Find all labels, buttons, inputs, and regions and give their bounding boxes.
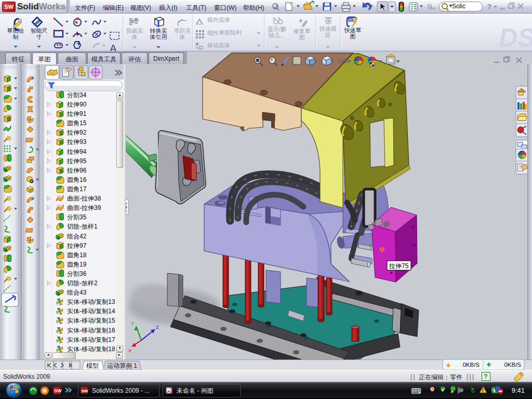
svg-text:拉伸95: 拉伸95 <box>66 157 87 165</box>
svg-text:实体-移动/复制14: 实体-移动/复制14 <box>67 308 115 315</box>
svg-text:图: 图 <box>299 34 305 41</box>
svg-text:拉伸97: 拉伸97 <box>66 242 87 249</box>
svg-text:分割36: 分割36 <box>67 270 87 277</box>
svg-text:显示/删: 显示/删 <box>268 26 286 32</box>
svg-text:?: ? <box>487 2 491 11</box>
svg-text:圆角17: 圆角17 <box>67 185 87 193</box>
svg-text:组合42: 组合42 <box>66 233 87 240</box>
svg-text:拉伸94: 拉伸94 <box>66 148 87 155</box>
svg-text:等距实: 等距实 <box>174 28 191 34</box>
svg-text:分割34: 分割34 <box>67 91 87 99</box>
svg-text:线性草图阵列: 线性草图阵列 <box>207 30 242 36</box>
svg-text:快速捕: 快速捕 <box>319 25 337 32</box>
svg-text:寸: 寸 <box>36 34 42 40</box>
svg-text:剪裁实: 剪裁实 <box>126 28 143 34</box>
svg-text:拉伸92: 拉伸92 <box>66 129 87 136</box>
svg-text:捉: 捉 <box>325 32 331 38</box>
svg-text:SW: SW <box>54 388 62 393</box>
svg-text:转换实: 转换实 <box>150 28 167 34</box>
svg-text:SW: SW <box>82 389 88 393</box>
svg-text:切除-放样1: 切除-放样1 <box>66 223 98 230</box>
svg-text:DS: DS <box>499 23 532 51</box>
svg-text:拉伸93: 拉伸93 <box>66 138 87 145</box>
svg-text:智能尺: 智能尺 <box>31 28 48 34</box>
svg-text:!: ! <box>482 388 484 393</box>
svg-text:A: A <box>110 43 117 51</box>
svg-text:快速草: 快速草 <box>344 27 362 33</box>
svg-text:0KB/S: 0KB/S <box>462 362 480 368</box>
svg-text:拉伸91: 拉伸91 <box>66 110 87 117</box>
svg-text:切除-放样2: 切除-放样2 <box>66 280 98 287</box>
svg-text:除几...: 除几... <box>269 32 285 38</box>
svg-text:?: ? <box>484 373 487 380</box>
svg-text:实体-移动/复制18: 实体-移动/复制18 <box>67 345 115 353</box>
svg-text:图: 图 <box>350 33 356 39</box>
svg-text:拉伸90: 拉伸90 <box>66 101 87 108</box>
svg-text:拉伸96: 拉伸96 <box>66 167 87 174</box>
svg-text:实体-移动/复制16: 实体-移动/复制16 <box>67 327 115 334</box>
svg-text:组合43: 组合43 <box>66 289 87 296</box>
svg-text:圆角16: 圆角16 <box>67 176 87 183</box>
svg-text:曲面-拉伸39: 曲面-拉伸39 <box>67 204 101 211</box>
svg-text:圆角19: 圆角19 <box>67 261 87 268</box>
svg-text:曲面-拉伸38: 曲面-拉伸38 <box>67 195 101 202</box>
svg-text:分割35: 分割35 <box>67 214 87 221</box>
svg-text:体: 体 <box>179 34 185 40</box>
svg-text:移动实体: 移动实体 <box>207 42 230 48</box>
svg-text:镜向实体: 镜向实体 <box>207 17 230 23</box>
svg-text:圆角15: 圆角15 <box>67 119 87 127</box>
svg-text:体: 体 <box>131 34 138 40</box>
svg-text:制: 制 <box>13 34 19 40</box>
svg-text:圆角18: 圆角18 <box>67 251 87 259</box>
svg-text:实体-移动/复制17: 实体-移动/复制17 <box>67 336 115 343</box>
svg-text:体引用: 体引用 <box>150 34 167 40</box>
svg-text:实体-移动/复制13: 实体-移动/复制13 <box>67 298 115 305</box>
svg-text:0KB/S: 0KB/S <box>504 362 521 368</box>
svg-text:模型: 模型 <box>86 362 99 369</box>
svg-text:草图绘: 草图绘 <box>7 28 24 34</box>
svg-text:运动算例 1: 运动算例 1 <box>107 362 137 369</box>
svg-text:实体-移动/复制15: 实体-移动/复制15 <box>67 317 115 324</box>
svg-text:修复草: 修复草 <box>294 28 311 34</box>
